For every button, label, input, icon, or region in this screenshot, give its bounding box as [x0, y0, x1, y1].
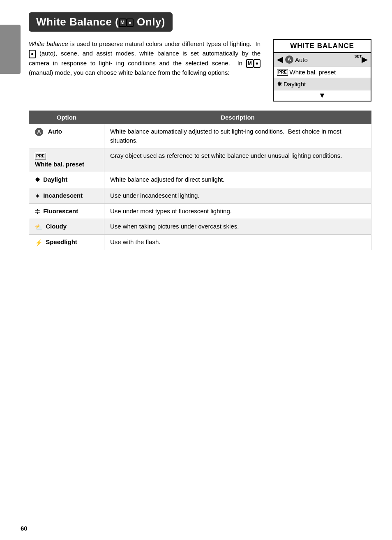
option-cell-auto: A Auto: [29, 124, 104, 148]
description-cell-auto: White balance automatically adjusted to …: [104, 124, 371, 148]
description-cell-speedlight: Use with the flash.: [104, 235, 371, 250]
intro-section: White balance is used to preserve natura…: [29, 39, 371, 102]
pre-badge: PRE: [277, 69, 288, 76]
wb-daylight-label: Daylight: [284, 81, 306, 88]
option-name-speedlight: Speedlight: [46, 238, 77, 245]
option-name-cloudy: Cloudy: [46, 223, 67, 230]
description-cell-daylight: White balance adjusted for direct sunlig…: [104, 172, 371, 188]
page: White Balance (M● Only) White balance is…: [0, 0, 392, 540]
wb-panel: WHITE BALANCE ◀ A Auto SET ▶ PRE White b…: [273, 39, 371, 102]
sun-icon-table: ✸: [35, 175, 40, 185]
table-row: ✼ Fluorescent Use under most types of fl…: [29, 203, 371, 219]
option-name-preset: White bal. preset: [35, 161, 84, 168]
cloud-icon-table: ⛅: [35, 223, 43, 232]
option-cell-fluorescent: ✼ Fluorescent: [29, 203, 104, 219]
option-cell-preset: PRE White bal. preset: [29, 148, 104, 172]
title-bar: White Balance (M● Only): [29, 12, 173, 32]
m-icon: M: [119, 18, 127, 27]
description-cell-cloudy: Use when taking pictures under overcast …: [104, 219, 371, 235]
description-cell-preset: Gray object used as reference to set whi…: [104, 148, 371, 172]
side-tab: [0, 25, 21, 74]
page-number: 60: [21, 525, 28, 532]
wb-panel-title: WHITE BALANCE: [274, 40, 371, 53]
incandescent-icon-table: ✶: [35, 192, 40, 201]
table-row: ✶ Incandescent Use under incandescent li…: [29, 188, 371, 203]
sun-icon: ✸: [277, 80, 282, 88]
table-row: A Auto White balance automatically adjus…: [29, 124, 371, 148]
cam-icon-inline: ●: [29, 50, 36, 58]
option-cell-speedlight: ⚡ Speedlight: [29, 235, 104, 250]
description-cell-incandescent: Use under incandescent lighting.: [104, 188, 371, 203]
pre-badge-table: PRE: [35, 153, 46, 159]
wb-preset-label: White bal. preset: [290, 69, 336, 76]
option-cell-cloudy: ⛅ Cloudy: [29, 219, 104, 235]
options-table: Option Description A Auto White balance …: [29, 111, 371, 250]
col-option: Option: [29, 111, 104, 124]
cam-icon: ●: [127, 18, 134, 27]
wb-panel-row-daylight: ✸ Daylight: [274, 78, 371, 90]
wb-panel-row-auto: ◀ A Auto SET ▶: [274, 53, 371, 67]
option-name-daylight: Daylight: [43, 176, 67, 183]
page-title: White Balance (M● Only): [36, 16, 165, 28]
table-row: ✸ Daylight White balance adjusted for di…: [29, 172, 371, 188]
intro-text: White balance is used to preserve natura…: [29, 39, 261, 102]
flash-icon-table: ⚡: [35, 238, 43, 247]
table-row: PRE White bal. preset Gray object used a…: [29, 148, 371, 172]
cam-icon-inline2: ●: [254, 59, 261, 68]
arrow-right-icon: ▶: [362, 55, 367, 64]
option-name-incandescent: Incandescent: [43, 192, 83, 199]
option-name-auto: Auto: [46, 128, 62, 135]
description-cell-fluorescent: Use under most types of fluorescent ligh…: [104, 203, 371, 219]
option-cell-daylight: ✸ Daylight: [29, 172, 104, 188]
a-icon-table: A: [35, 128, 43, 136]
option-name-fluorescent: Fluorescent: [43, 208, 78, 215]
wb-panel-arrow-down: ▼: [274, 90, 371, 101]
arrow-left-icon: ◀: [277, 55, 283, 64]
table-row: ⚡ Speedlight Use with the flash.: [29, 235, 371, 250]
m-icon-inline: M: [246, 59, 254, 68]
option-cell-incandescent: ✶ Incandescent: [29, 188, 104, 203]
set-label: SET: [354, 54, 362, 58]
intro-italic: White balance: [29, 40, 68, 47]
col-description: Description: [104, 111, 371, 124]
wb-auto-label: Auto: [295, 56, 308, 63]
a-icon: A: [285, 55, 293, 64]
fluorescent-icon-table: ✼: [35, 207, 40, 216]
table-row: ⛅ Cloudy Use when taking pictures under …: [29, 219, 371, 235]
wb-panel-row-preset: PRE White bal. preset: [274, 67, 371, 78]
